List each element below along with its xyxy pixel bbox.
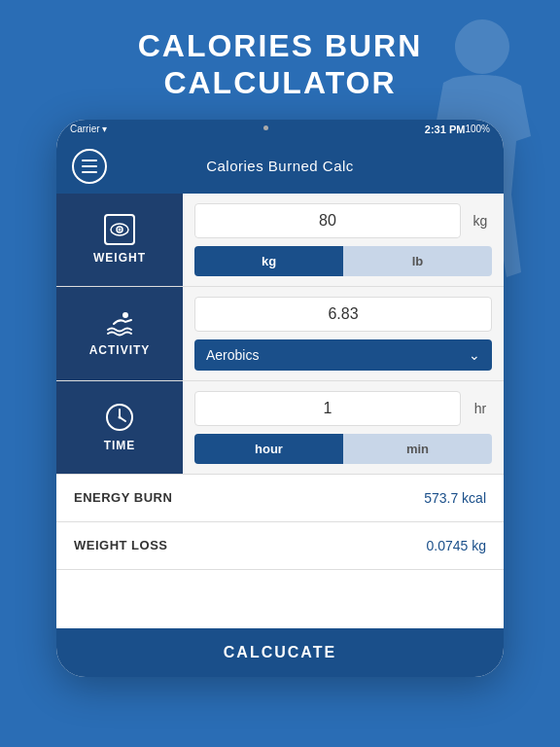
energy-burn-row: ENERGY BURN 573.7 kcal (56, 475, 504, 522)
weight-loss-row: WEIGHT LOSS 0.0745 kg (56, 522, 504, 570)
status-time: 2:31 PM (425, 124, 466, 135)
dropdown-arrow-icon: ⌄ (469, 347, 480, 363)
time-toggle-row: hour min (194, 434, 492, 464)
carrier-text: Carrier ▾ (70, 124, 107, 134)
activity-icon (104, 310, 135, 338)
page-title: CALORIES BURN CALCULATOR (138, 27, 423, 102)
weight-icon-box (104, 214, 135, 245)
time-controls: 1 hr hour min (183, 381, 504, 474)
weight-loss-value: 0.0745 kg (427, 538, 487, 553)
activity-dropdown[interactable]: Aerobics ⌄ (194, 339, 492, 371)
weight-input[interactable]: 80 (194, 203, 461, 238)
menu-button[interactable] (72, 149, 107, 184)
menu-line (82, 165, 97, 167)
time-input[interactable]: 1 (194, 391, 461, 426)
time-unit: hr (469, 401, 492, 416)
activity-value-row: 6.83 (194, 297, 492, 332)
spacer (56, 570, 504, 628)
weight-value-row: 80 kg (194, 203, 492, 238)
activity-label-area: ACTIVITY (56, 287, 183, 380)
activity-dropdown-value: Aerobics (206, 347, 469, 363)
app-title: Calories Burned Calc (206, 158, 354, 174)
energy-burn-label: ENERGY BURN (74, 490, 172, 505)
time-icon (104, 402, 135, 433)
time-label: TIME (104, 439, 136, 452)
calculate-button[interactable]: CALCUCATE (56, 628, 504, 677)
weight-controls: 80 kg kg lb (183, 194, 504, 286)
energy-burn-value: 573.7 kcal (424, 490, 486, 506)
activity-section: ACTIVITY 6.83 Aerobics ⌄ (56, 287, 504, 381)
svg-point-2 (119, 229, 122, 231)
menu-line (82, 171, 97, 173)
weight-label: WEIGHT (93, 251, 146, 265)
device-frame: Carrier ▾ 2:31 PM 100% Calories Burned C… (56, 120, 504, 677)
activity-label: ACTIVITY (89, 343, 151, 357)
time-min-button[interactable]: min (343, 434, 492, 464)
weight-section: WEIGHT 80 kg kg lb (56, 194, 504, 287)
time-label-area: TIME (56, 381, 183, 474)
svg-point-3 (122, 312, 128, 318)
weight-loss-label: WEIGHT LOSS (74, 538, 168, 552)
weight-toggle-row: kg lb (194, 246, 492, 276)
status-dot (263, 125, 268, 130)
status-bar: Carrier ▾ 2:31 PM 100% (56, 120, 504, 139)
weight-lb-button[interactable]: lb (343, 246, 492, 276)
activity-controls: 6.83 Aerobics ⌄ (183, 287, 504, 380)
weight-kg-button[interactable]: kg (194, 246, 343, 276)
swim-icon (104, 310, 135, 338)
app-header: Calories Burned Calc (56, 139, 504, 194)
weight-icon (110, 223, 129, 236)
weight-label-area: WEIGHT (56, 194, 183, 286)
battery-text: 100% (465, 124, 490, 134)
time-hour-button[interactable]: hour (194, 434, 343, 464)
time-value-row: 1 hr (194, 391, 492, 426)
menu-line (82, 160, 97, 161)
time-section: TIME 1 hr hour min (56, 381, 504, 475)
svg-point-7 (119, 416, 122, 419)
weight-unit: kg (469, 213, 492, 229)
activity-input[interactable]: 6.83 (194, 297, 492, 332)
